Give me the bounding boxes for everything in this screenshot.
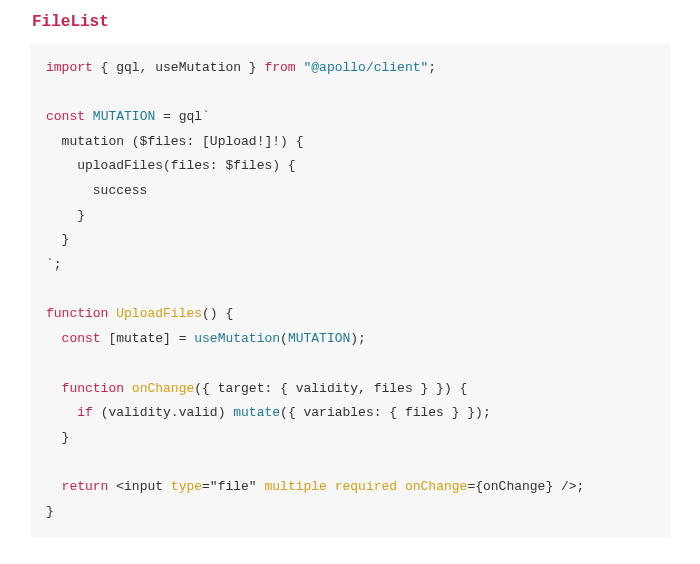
code-line: function UploadFiles() { bbox=[46, 306, 233, 321]
code-line: } bbox=[46, 504, 54, 519]
code-line: const [mutate] = useMutation(MUTATION); bbox=[46, 331, 366, 346]
code-line: if (validity.valid) mutate({ variables: … bbox=[46, 405, 491, 420]
section-title: FileList bbox=[30, 10, 670, 36]
code-line: const MUTATION = gql` bbox=[46, 109, 210, 124]
code-line: function onChange({ target: { validity, … bbox=[46, 381, 467, 396]
code-block: import { gql, useMutation } from "@apoll… bbox=[30, 44, 670, 537]
code-line: `; bbox=[46, 257, 62, 272]
code-line: uploadFiles(files: $files) { bbox=[46, 158, 296, 173]
code-line: success bbox=[46, 183, 147, 198]
code-line: mutation ($files: [Upload!]!) { bbox=[46, 134, 303, 149]
code-line: } bbox=[46, 430, 69, 445]
code-line: return <input type="file" multiple requi… bbox=[46, 479, 584, 494]
code-line: import { gql, useMutation } from "@apoll… bbox=[46, 60, 436, 75]
code-line: } bbox=[46, 208, 85, 223]
code-line: } bbox=[46, 232, 69, 247]
